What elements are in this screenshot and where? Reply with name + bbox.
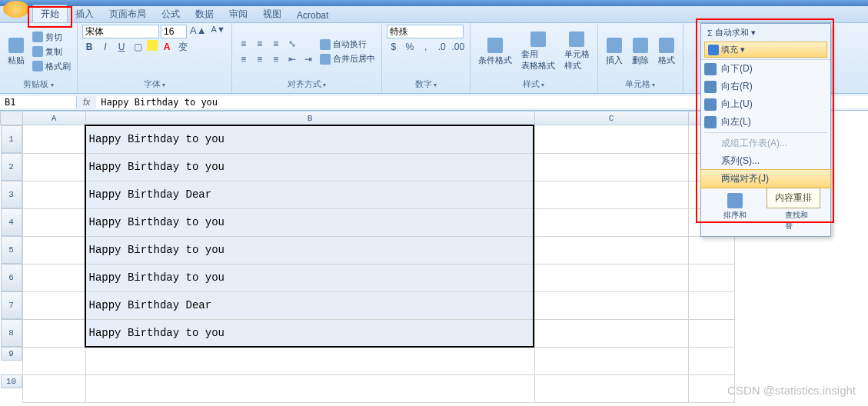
- fill-color-button[interactable]: [147, 40, 158, 51]
- cell[interactable]: [22, 319, 85, 347]
- phonetic-button[interactable]: 变: [176, 40, 190, 54]
- col-header-a[interactable]: A: [22, 111, 85, 125]
- cell[interactable]: Happy Birthday to you: [85, 153, 534, 181]
- cell[interactable]: Happy Birthday Dear: [85, 291, 534, 319]
- cell[interactable]: [534, 125, 688, 154]
- col-header-b[interactable]: B: [85, 111, 534, 125]
- col-header-c[interactable]: C: [534, 111, 688, 125]
- underline-button[interactable]: U: [115, 40, 128, 54]
- cell[interactable]: [534, 264, 688, 291]
- cell[interactable]: Happy Birthday to you: [85, 208, 534, 236]
- align-right-icon[interactable]: ≡: [269, 52, 283, 66]
- row-header[interactable]: 3: [1, 181, 22, 208]
- number-format-select[interactable]: [387, 25, 464, 38]
- cell-style-button[interactable]: 单元格 样式: [561, 30, 593, 73]
- tab-insert[interactable]: 插入: [68, 5, 101, 22]
- cell[interactable]: [22, 181, 85, 208]
- cell[interactable]: [85, 347, 534, 374]
- cell[interactable]: [22, 208, 85, 236]
- align-center-icon[interactable]: ≡: [253, 52, 267, 66]
- increase-font-icon[interactable]: A▲: [188, 25, 208, 38]
- tab-data[interactable]: 数据: [188, 5, 221, 22]
- cell[interactable]: [534, 374, 688, 402]
- font-name-input[interactable]: [82, 25, 159, 38]
- row-header[interactable]: 8: [1, 319, 22, 347]
- cell[interactable]: Happy Birthday to you: [85, 319, 534, 347]
- cell[interactable]: [688, 264, 734, 291]
- align-left-icon[interactable]: ≡: [237, 52, 251, 66]
- row-header[interactable]: 10: [1, 374, 22, 388]
- tab-formulas[interactable]: 公式: [154, 5, 188, 22]
- tab-view[interactable]: 视图: [255, 5, 289, 22]
- delete-button[interactable]: 删除: [629, 36, 652, 68]
- cell[interactable]: [534, 208, 688, 236]
- table-format-button[interactable]: 套用 表格格式: [518, 30, 558, 73]
- indent-dec-icon[interactable]: ⇤: [285, 52, 299, 66]
- row-header[interactable]: 1: [1, 125, 22, 153]
- autosum-button[interactable]: Σ自动求和 ▾: [704, 25, 827, 40]
- fill-series[interactable]: 系列(S)...: [701, 152, 830, 170]
- cell[interactable]: [22, 347, 85, 374]
- fill-left[interactable]: 向左(L): [701, 113, 830, 131]
- row-header[interactable]: 4: [1, 208, 22, 236]
- cell[interactable]: [22, 264, 85, 291]
- insert-button[interactable]: 插入: [603, 36, 626, 68]
- cell[interactable]: [22, 291, 85, 319]
- align-bottom-icon[interactable]: ≡: [269, 37, 283, 51]
- align-top-icon[interactable]: ≡: [237, 37, 251, 51]
- format-painter-button[interactable]: 格式刷: [31, 60, 72, 73]
- cell[interactable]: [534, 153, 688, 181]
- cell[interactable]: Happy Birthday to you: [85, 264, 534, 291]
- indent-inc-icon[interactable]: ⇥: [301, 52, 315, 66]
- cell[interactable]: [534, 347, 688, 374]
- cell[interactable]: Happy Birthday to you: [85, 236, 534, 264]
- cell[interactable]: [688, 291, 734, 319]
- bold-button[interactable]: B: [82, 40, 96, 54]
- office-button[interactable]: [3, 1, 29, 18]
- tab-review[interactable]: 审阅: [221, 5, 255, 22]
- row-header[interactable]: 7: [1, 291, 22, 319]
- row-header[interactable]: 9: [1, 347, 22, 361]
- cell[interactable]: [688, 347, 734, 374]
- merge-center-button[interactable]: 合并后居中: [318, 52, 377, 65]
- cell[interactable]: Happy Birthday Dear: [85, 181, 534, 208]
- fill-right[interactable]: 向右(R): [701, 78, 830, 95]
- row-header[interactable]: 6: [1, 264, 22, 291]
- conditional-format-button[interactable]: 条件格式: [475, 36, 515, 68]
- copy-button[interactable]: 复制: [31, 45, 72, 58]
- sort-button[interactable]: 排序和: [720, 191, 750, 233]
- wrap-text-button[interactable]: 自动换行: [318, 38, 377, 51]
- fill-up[interactable]: 向上(U): [701, 95, 830, 113]
- cell[interactable]: [688, 319, 734, 347]
- format-button[interactable]: 格式: [655, 36, 678, 68]
- cell[interactable]: [534, 236, 688, 264]
- fill-button[interactable]: 填充 ▾: [704, 42, 827, 58]
- tab-layout[interactable]: 页面布局: [101, 5, 154, 22]
- cell[interactable]: [688, 236, 734, 264]
- italic-button[interactable]: I: [98, 40, 112, 54]
- fill-justify[interactable]: 两端对齐(J): [700, 169, 831, 188]
- cell[interactable]: [85, 374, 534, 402]
- row-header[interactable]: 2: [1, 153, 22, 181]
- row-header[interactable]: 5: [1, 236, 22, 264]
- cell[interactable]: [22, 125, 85, 154]
- cell[interactable]: Happy Birthday to you: [85, 125, 534, 154]
- decrease-font-icon[interactable]: A▼: [210, 25, 227, 38]
- orientation-icon[interactable]: ⤡: [285, 37, 299, 51]
- cell[interactable]: [22, 374, 85, 402]
- font-color-button[interactable]: A: [160, 40, 174, 54]
- cell[interactable]: [534, 181, 688, 208]
- cell[interactable]: [22, 153, 85, 181]
- comma-icon[interactable]: ,: [419, 40, 433, 54]
- inc-decimal-icon[interactable]: .0: [435, 40, 449, 54]
- cell[interactable]: [534, 319, 688, 347]
- border-button[interactable]: ▢: [131, 40, 145, 54]
- font-size-input[interactable]: [161, 25, 187, 38]
- currency-icon[interactable]: $: [387, 40, 401, 54]
- select-all-corner[interactable]: [1, 111, 23, 125]
- fill-down[interactable]: 向下(D): [701, 60, 830, 78]
- name-box[interactable]: B1: [0, 96, 77, 108]
- tab-acrobat[interactable]: Acrobat: [289, 8, 336, 22]
- fx-icon[interactable]: fx: [77, 97, 96, 108]
- align-middle-icon[interactable]: ≡: [253, 37, 267, 51]
